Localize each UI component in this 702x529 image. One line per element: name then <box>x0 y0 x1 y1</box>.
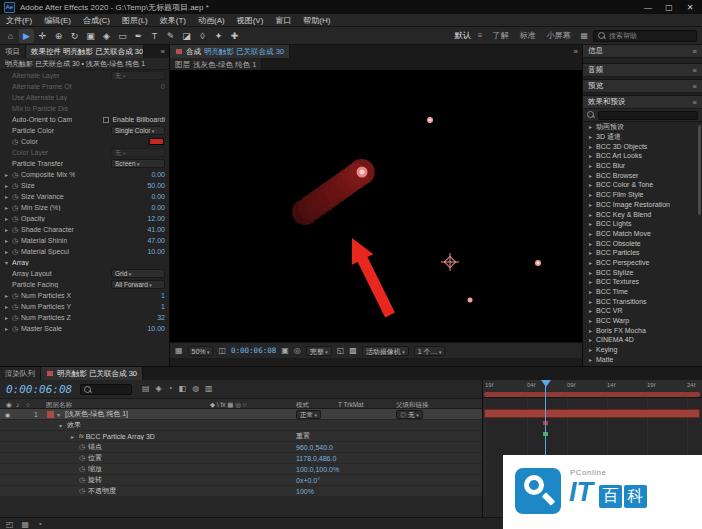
shy-icon[interactable]: ◔ <box>168 384 173 393</box>
twirl-icon[interactable] <box>589 123 596 130</box>
twirl-icon[interactable] <box>5 193 12 200</box>
twirl-icon[interactable] <box>589 201 596 208</box>
tab-timeline-comp[interactable]: 明亮触影 已关联合成 30 <box>41 367 143 380</box>
effects-category-item[interactable]: BCC Image Restoration <box>583 200 702 210</box>
effect-property-row[interactable]: Color Layer 无 <box>0 147 169 158</box>
timeline-row[interactable]: ◉ fx 效果 <box>0 420 482 431</box>
effects-category-item[interactable]: BCC Particles <box>583 248 702 258</box>
property-value[interactable]: 1 <box>161 303 165 310</box>
property-value[interactable]: 1 <box>161 292 165 299</box>
pan-behind-tool[interactable]: ◈ <box>99 29 114 43</box>
panel-menu-icon[interactable]: ≡ <box>693 82 697 91</box>
property-value[interactable]: 10.00 <box>147 325 165 332</box>
effect-property-row[interactable]: Particle Color Single Color <box>0 125 169 136</box>
stopwatch-icon[interactable] <box>79 476 88 484</box>
menu-window[interactable]: 窗口 <box>269 14 297 27</box>
property-value[interactable]: 10.00 <box>147 248 165 255</box>
effects-category-item[interactable]: BCC Warp <box>583 316 702 326</box>
effect-property-row[interactable]: Num Particles Z 32 <box>0 312 169 323</box>
workspace-item[interactable]: 小屏幕 <box>546 30 570 41</box>
view-layout-select[interactable]: 1 个… <box>414 346 446 356</box>
color-swatch[interactable] <box>149 138 164 145</box>
twirl-icon[interactable] <box>589 288 596 295</box>
twirl-icon[interactable] <box>5 182 12 189</box>
stopwatch-icon[interactable] <box>12 171 21 179</box>
effects-category-item[interactable]: BCC Transitions <box>583 296 702 306</box>
twirl-icon[interactable] <box>589 269 596 276</box>
tab-composition[interactable]: 合成 明亮触影 已关联合成 30 <box>170 45 290 58</box>
workspace-menu-icon[interactable]: ≡ <box>478 31 483 40</box>
effects-category-item[interactable]: BCC Perspective <box>583 258 702 268</box>
property-value[interactable]: 32 <box>157 314 165 321</box>
tab-effect-controls[interactable]: 效果控件 明亮触影 已关联合成 30 <box>26 45 144 58</box>
twirl-icon[interactable] <box>589 143 596 150</box>
stopwatch-icon[interactable] <box>79 443 88 451</box>
effect-property-row[interactable]: Material Specul 10.00 <box>0 246 169 257</box>
effects-category-item[interactable]: BCC Blur <box>583 161 702 171</box>
twirl-icon[interactable] <box>5 226 12 233</box>
effect-property-row[interactable]: Composite Mix % 0.00 <box>0 169 169 180</box>
composition-viewport[interactable] <box>170 70 582 342</box>
playhead-handle[interactable] <box>541 380 551 387</box>
timeline-row[interactable]: ◉ fx 锚点 960.0,540.0 <box>0 442 482 453</box>
effect-property-row[interactable]: Num Particles Y 1 <box>0 301 169 312</box>
effect-property-row[interactable]: Array Layout Grid <box>0 268 169 279</box>
effects-category-item[interactable]: Boris FX Mocha <box>583 325 702 335</box>
property-value[interactable]: 12.00 <box>147 215 165 222</box>
effects-category-item[interactable]: BCC Stylize <box>583 267 702 277</box>
help-search-input[interactable]: 搜索帮助 <box>593 30 697 42</box>
menu-composition[interactable]: 合成(C) <box>77 14 116 27</box>
effect-property-row[interactable]: Opacity 12.00 <box>0 213 169 224</box>
row-value[interactable]: 100.0,100.0% <box>296 466 339 473</box>
transparency-grid-icon[interactable]: ▩ <box>349 346 357 355</box>
tab-render-queue[interactable]: 渲染队列 <box>0 367 41 380</box>
twirl-icon[interactable] <box>589 356 596 363</box>
twirl-icon[interactable] <box>589 278 596 285</box>
effect-property-row[interactable]: Size Variance 0.00 <box>0 191 169 202</box>
effect-property-row[interactable]: Alternate Layer 无 <box>0 70 169 81</box>
effects-category-item[interactable]: BCC Film Style <box>583 190 702 200</box>
tab-audio[interactable]: 音频 ≡ <box>583 64 702 77</box>
timeline-row[interactable]: ◉ 1 fx [浅灰色-绿色 纯色 1] 正常 无 <box>0 409 482 420</box>
twirl-icon[interactable] <box>589 172 596 179</box>
tab-info[interactable]: 信息 ≡ <box>583 45 702 58</box>
effects-scrollbar[interactable] <box>698 125 701 215</box>
stopwatch-icon[interactable] <box>12 248 21 256</box>
stopwatch-icon[interactable] <box>12 314 21 322</box>
workspace-overflow-icon[interactable]: ▦ <box>580 31 588 40</box>
clone-stamp-tool[interactable]: ◪ <box>179 29 194 43</box>
twirl-icon[interactable] <box>5 237 12 244</box>
stopwatch-icon[interactable] <box>12 138 21 146</box>
menu-effect[interactable]: 效果(T) <box>154 14 192 27</box>
draft-3d-icon[interactable]: ◈ <box>156 384 162 393</box>
effect-property-row[interactable]: Array <box>0 257 169 268</box>
puppet-pin-tool[interactable]: ✚ <box>227 29 242 43</box>
effect-property-row[interactable]: Master Scale 10.00 <box>0 323 169 334</box>
property-value[interactable]: 无 <box>111 148 165 157</box>
property-value[interactable]: 0.00 <box>151 204 165 211</box>
timeline-search-input[interactable] <box>80 384 132 395</box>
stopwatch-icon[interactable] <box>79 487 88 495</box>
property-value[interactable]: 无 <box>111 71 165 80</box>
camera-view-select[interactable]: 活动摄像机 <box>362 346 409 356</box>
layer-duration-bar[interactable] <box>484 409 700 418</box>
effect-property-row[interactable]: Shade Character 41.00 <box>0 224 169 235</box>
effect-property-row[interactable]: Particle Transfer Screen <box>0 158 169 169</box>
twirl-icon[interactable] <box>59 422 67 429</box>
stopwatch-icon[interactable] <box>12 193 21 201</box>
row-value[interactable]: 重置 <box>296 431 310 441</box>
twirl-icon[interactable] <box>589 336 596 343</box>
current-time[interactable]: 0:00:06:08 <box>231 346 276 355</box>
twirl-icon[interactable] <box>589 240 596 247</box>
tab-project[interactable]: 项目 <box>0 45 26 58</box>
effects-category-item[interactable]: CINEMA 4D <box>583 335 702 345</box>
effects-search-input[interactable] <box>598 111 698 120</box>
twirl-icon[interactable] <box>5 215 12 222</box>
property-value[interactable]: 47.00 <box>147 237 165 244</box>
tab-effects-presets[interactable]: 效果和预设 ≡ <box>583 96 702 109</box>
timeline-row[interactable]: ◉ fx BCC Particle Array 3D 重置 <box>0 431 482 442</box>
twirl-icon[interactable] <box>589 211 596 218</box>
pen-tool[interactable]: ✒ <box>131 29 146 43</box>
effect-property-row[interactable]: Particle Facing All Forward <box>0 279 169 290</box>
effects-category-item[interactable]: BCC Lights <box>583 219 702 229</box>
